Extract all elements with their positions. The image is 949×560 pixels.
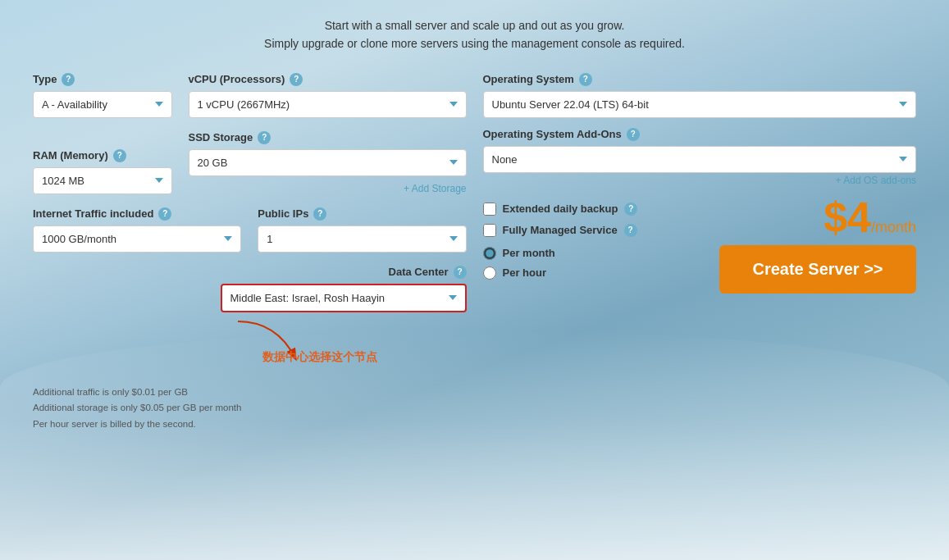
managed-service-checkbox[interactable]	[483, 224, 496, 237]
os-help-icon[interactable]: ?	[579, 73, 592, 86]
add-storage-link[interactable]: + Add Storage	[189, 183, 467, 194]
traffic-label: Internet Traffic included	[33, 207, 153, 220]
managed-service-item: Fully Managed Service ?	[483, 224, 638, 237]
radio-group: Per month Per hour	[483, 247, 638, 280]
os-addon-help-icon[interactable]: ?	[627, 128, 640, 141]
tagline: Start with a small server and scale up a…	[33, 16, 916, 53]
vcpu-help-icon[interactable]: ?	[290, 73, 303, 86]
notes-line3: Per hour server is billed by the second.	[33, 417, 467, 433]
price-amount: $4/month	[824, 193, 916, 241]
os-group: Operating System ? Ubuntu Server 22.04 (…	[483, 73, 917, 118]
managed-service-help[interactable]: ?	[624, 224, 637, 237]
datacenter-wrapper: Middle East: Israel, Rosh Haayin Europe:…	[221, 284, 467, 312]
extended-backup-item: Extended daily backup ?	[483, 203, 638, 216]
add-os-link[interactable]: + Add OS add-ons	[483, 175, 917, 186]
notes: Additional traffic is only $0.01 per GB …	[33, 385, 467, 433]
notes-line2: Additional storage is only $0.05 per GB …	[33, 400, 467, 417]
ips-group: Public IPs ? 1 2 3 4	[258, 207, 466, 253]
per-month-item: Per month	[483, 247, 638, 260]
vcpu-group: vCPU (Processors) ? 1 vCPU (2667MHz) 2 v…	[189, 73, 467, 118]
os-addon-select[interactable]: None cPanel/WHM Plesk	[483, 146, 917, 173]
os-addon-label: Operating System Add-Ons	[483, 128, 622, 140]
ram-help-icon[interactable]: ?	[113, 149, 126, 162]
os-label: Operating System	[483, 73, 574, 85]
datacenter-help-icon[interactable]: ?	[454, 266, 467, 279]
traffic-select[interactable]: 500 GB/month 1000 GB/month 2000 GB/month	[33, 225, 241, 253]
vcpu-label: vCPU (Processors)	[189, 73, 285, 85]
os-select[interactable]: Ubuntu Server 22.04 (LTS) 64-bit Ubuntu …	[483, 91, 917, 118]
checkbox-group: Extended daily backup ? Fully Managed Se…	[483, 203, 638, 237]
billing-price-section: $4/month Create Server >>	[654, 193, 916, 294]
ssd-label: SSD Storage	[189, 131, 253, 143]
datacenter-label: Data Center	[389, 266, 449, 278]
per-month-radio[interactable]	[483, 247, 496, 260]
per-month-label: Per month	[503, 247, 555, 259]
price-suffix: /month	[871, 219, 916, 235]
tagline-line1: Start with a small server and scale up a…	[33, 16, 916, 34]
price-value: $4	[824, 193, 871, 241]
annotation-area: 数据中心选择这个节点	[33, 326, 467, 375]
notes-line1: Additional traffic is only $0.01 per GB	[33, 385, 467, 401]
ram-group: RAM (Memory) ? 512 MB 1024 MB 2048 MB 40…	[33, 149, 172, 194]
price-area: $4/month	[824, 196, 916, 239]
type-select[interactable]: A - Availability B - Burstable C - Compu…	[33, 91, 172, 118]
ssd-help-icon[interactable]: ?	[258, 131, 271, 144]
vcpu-select[interactable]: 1 vCPU (2667MHz) 2 vCPU (5334MHz) 4 vCPU…	[189, 91, 467, 118]
os-addon-group: Operating System Add-Ons ? None cPanel/W…	[483, 128, 917, 186]
extended-backup-checkbox[interactable]	[483, 203, 496, 216]
traffic-help-icon[interactable]: ?	[158, 207, 171, 221]
type-group: Type ? A - Availability B - Burstable C …	[33, 73, 172, 118]
checks-billing-left: Extended daily backup ? Fully Managed Se…	[483, 193, 638, 294]
per-hour-label: Per hour	[503, 266, 546, 279]
ram-label: RAM (Memory)	[33, 149, 108, 162]
ram-select[interactable]: 512 MB 1024 MB 2048 MB 4096 MB	[33, 167, 172, 194]
per-hour-item: Per hour	[483, 266, 638, 280]
annotation-text: 数据中心选择这个节点	[262, 350, 377, 365]
traffic-group: Internet Traffic included ? 500 GB/month…	[33, 207, 241, 253]
ips-select[interactable]: 1 2 3 4	[258, 225, 466, 253]
ips-label: Public IPs	[258, 207, 308, 220]
create-server-button[interactable]: Create Server >>	[719, 245, 916, 294]
tagline-line2: Simply upgrade or clone more servers usi…	[33, 34, 916, 52]
per-hour-radio[interactable]	[483, 266, 496, 280]
ssd-group: SSD Storage ? 10 GB 20 GB 40 GB + Add St…	[189, 131, 467, 194]
extended-backup-help[interactable]: ?	[624, 203, 637, 216]
extended-backup-label: Extended daily backup	[503, 203, 618, 215]
managed-service-label: Fully Managed Service	[503, 224, 618, 236]
create-btn-area: Create Server >>	[719, 245, 916, 294]
type-help-icon[interactable]: ?	[62, 73, 75, 86]
type-label: Type	[33, 73, 57, 85]
datacenter-select[interactable]: Middle East: Israel, Rosh Haayin Europe:…	[221, 284, 467, 312]
ips-help-icon[interactable]: ?	[313, 207, 326, 221]
ssd-select[interactable]: 10 GB 20 GB 40 GB	[189, 149, 467, 176]
